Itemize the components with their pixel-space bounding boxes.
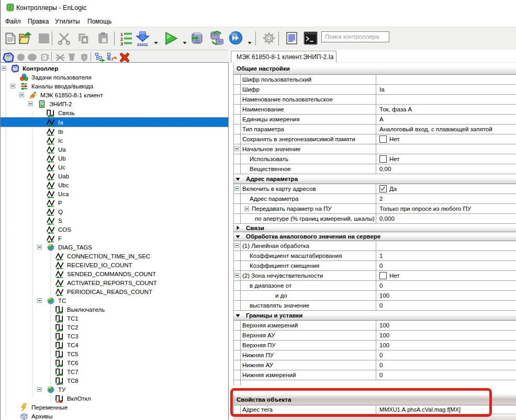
svg-text:F: F xyxy=(43,55,46,60)
svg-text:3: 3 xyxy=(120,41,123,46)
svg-text:01011: 01011 xyxy=(137,42,148,47)
svg-text:!: ! xyxy=(84,55,85,60)
